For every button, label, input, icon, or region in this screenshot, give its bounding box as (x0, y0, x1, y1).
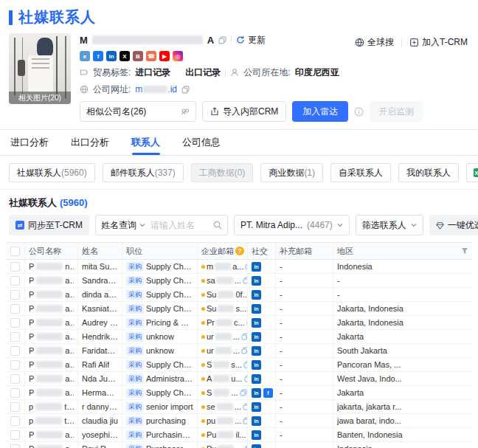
row-checkbox[interactable] (10, 332, 20, 342)
select-all-checkbox[interactable] (10, 247, 20, 256)
linkedin-icon[interactable]: in (252, 444, 261, 448)
copy-icon[interactable] (181, 86, 190, 94)
row-checkbox[interactable] (10, 430, 20, 440)
table-row[interactable]: Pa ... dinda auliya adha 采购Supply Chain … (6, 288, 472, 302)
row-checkbox[interactable] (10, 346, 20, 356)
row-checkbox[interactable] (10, 444, 20, 448)
role-tag: 采购 (126, 416, 144, 426)
row-checkbox[interactable] (10, 276, 20, 286)
export-record-tag[interactable]: 出口记录 (185, 66, 221, 79)
tab-export-analysis[interactable]: 出口分析 (71, 130, 109, 155)
table-row[interactable]: Pa ... Rafi Alif 采购Supply Chain Manageme… (6, 358, 472, 372)
linkedin-icon[interactable]: in (252, 430, 261, 440)
linkedin-icon[interactable]: in (252, 318, 261, 328)
facebook-icon[interactable]: f (263, 388, 273, 398)
row-checkbox[interactable] (10, 304, 20, 314)
global-search-button[interactable]: 全球搜 (355, 36, 394, 49)
copy-icon[interactable] (243, 417, 248, 424)
join-tcrm-button[interactable]: 加入T-CRM (409, 36, 468, 49)
position-cell: 采购Supply Chain (122, 386, 198, 399)
position-cell: 采购Administrasi Supply Chain (... (122, 372, 198, 385)
filter-funnel-icon[interactable] (461, 247, 468, 255)
chip-social-contacts[interactable]: 社媒联系人(5960) (9, 163, 95, 182)
contact-source-chips: 社媒联系人(5960) 邮件联系人(337) 工商数据(0) 商业数据(1) 自… (0, 156, 478, 189)
linkedin-icon[interactable]: in (252, 360, 261, 370)
chip-email-contacts[interactable]: 邮件联系人(337) (103, 163, 184, 182)
table-row[interactable]: Pn... mita Sulistyandari 采购Supply Chain … (6, 260, 472, 274)
table-row[interactable]: Pa ... Hendrik Fendi 采购unknow ur ... in … (6, 330, 472, 344)
tab-company-info[interactable]: 公司信息 (182, 130, 221, 155)
website-link[interactable]: m .id (135, 84, 177, 94)
copy-icon[interactable] (241, 333, 248, 340)
photo-decoration (28, 55, 53, 92)
table-row[interactable]: Pa ... Kasniati Sinaga 采购Supply Chain Ma… (6, 302, 472, 316)
row-checkbox[interactable] (10, 262, 20, 272)
role-tag: 采购 (126, 444, 144, 448)
tab-import-analysis[interactable]: 进口分析 (10, 130, 49, 155)
email-cell: pu ... (198, 414, 248, 427)
row-checkbox[interactable] (10, 402, 20, 412)
linkedin-icon[interactable]: in (252, 416, 261, 426)
blog-icon[interactable]: e (80, 51, 90, 61)
linkedin-icon[interactable]: in (252, 262, 261, 272)
name-search-input[interactable] (150, 220, 208, 230)
instagram-icon[interactable]: ◎ (173, 51, 183, 61)
chevron-down-icon (337, 222, 343, 228)
row-checkbox[interactable] (10, 290, 20, 300)
linkedin-icon[interactable]: in (252, 388, 261, 398)
import-record-tag[interactable]: 进口记录 (135, 66, 170, 79)
x-icon[interactable]: X (119, 51, 130, 61)
facebook-icon[interactable]: f (93, 51, 103, 61)
info-icon[interactable] (354, 107, 364, 117)
help-icon[interactable]: ? (235, 247, 244, 255)
filter-contacts-select[interactable]: 筛选联系人 (356, 215, 423, 235)
chip-commercial-data[interactable]: 商业数据(1) (260, 163, 323, 182)
copy-icon[interactable] (240, 389, 247, 396)
similar-companies-box[interactable]: 相似公司名(26) (80, 101, 196, 122)
copy-icon[interactable] (243, 277, 248, 284)
table-row[interactable]: Pa ... yosephine liviane 采购Purchasing an… (6, 428, 472, 442)
youtube-icon[interactable]: ▶ (159, 51, 170, 61)
row-checkbox[interactable] (10, 318, 20, 328)
table-row[interactable]: ptbk claudia jiu 采购purchasing pu ... in … (6, 414, 472, 428)
table-row[interactable]: Pa ... Devi Damayanti 采购Purchaser Pu ...… (6, 442, 472, 448)
linkedin-icon[interactable]: in (252, 276, 261, 286)
row-checkbox[interactable] (10, 374, 20, 384)
linkedin-icon[interactable]: in (252, 346, 261, 356)
linkedin-icon[interactable]: in (252, 290, 261, 300)
search-icon[interactable] (208, 221, 227, 230)
linkedin-icon[interactable]: in (252, 402, 261, 412)
table-row[interactable]: Pa,... Nda Juanda 采购Administrasi Supply … (6, 372, 472, 386)
refresh-button[interactable]: 更新 (236, 34, 266, 46)
one-click-optimize-button[interactable]: 一键优选 (429, 215, 478, 235)
table-row[interactable]: Pa ... Hermawan Sapu... 采购Supply Chain S… (6, 386, 472, 400)
phone-icon[interactable]: ☎ (146, 51, 156, 61)
copy-icon[interactable] (218, 36, 226, 44)
company-select[interactable]: PT. Mitra Adip...(4467) (234, 215, 350, 235)
export-excel-button[interactable]: X 导出 Excel (466, 163, 478, 182)
table-row[interactable]: Pa,... Sandra Sianipar 采购Supply Chain Of… (6, 274, 472, 288)
chip-self-collected[interactable]: 自采联系人 (330, 163, 391, 182)
table-row[interactable]: ptbk r danny d nurpat... 采购senior import… (6, 400, 472, 414)
chip-my-contacts[interactable]: 我的联系人 (398, 163, 459, 182)
linkedin-icon[interactable]: in (106, 51, 117, 61)
table-row[interactable]: Pa ... Faridatul Hidzroh 采购unknow ur ...… (6, 344, 472, 358)
company-photo[interactable]: 相关图片(20) (9, 33, 71, 104)
table-row[interactable]: Pa ... Audrey Vellicia 采购Pricing & Promo… (6, 316, 472, 330)
linkedin-icon[interactable]: in (252, 304, 261, 314)
linkedin-icon[interactable]: in (252, 332, 261, 342)
tab-contacts[interactable]: 联系人 (131, 130, 160, 155)
b-icon[interactable]: B (133, 51, 143, 61)
related-images-label[interactable]: 相关图片(20) (9, 92, 71, 104)
row-checkbox[interactable] (10, 388, 20, 398)
copy-icon[interactable] (241, 347, 248, 354)
row-checkbox[interactable] (10, 416, 20, 426)
join-radar-button[interactable]: 加入雷达 (292, 101, 348, 122)
import-internal-crm-button[interactable]: 导入内部CRM (202, 101, 286, 122)
contacts-toolbar: ⇄ 同步至T-CRM 姓名查询 PT. Mitra Adip...(4467) … (0, 215, 478, 242)
linkedin-icon[interactable]: in (252, 374, 261, 384)
row-checkbox[interactable] (10, 360, 20, 370)
name-query-dropdown[interactable]: 姓名查询 (96, 219, 150, 232)
copy-icon[interactable] (243, 403, 248, 410)
sync-tcrm-button[interactable]: ⇄ 同步至T-CRM (9, 215, 89, 235)
